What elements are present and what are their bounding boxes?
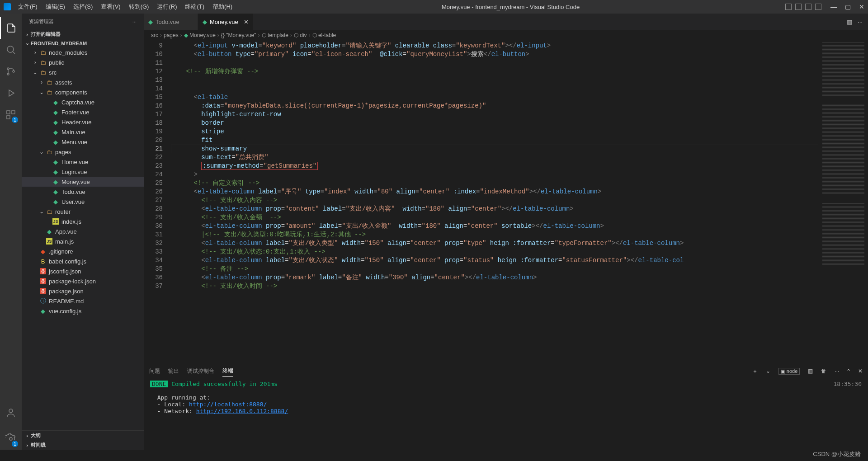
panel-tab[interactable]: 输出 [168, 366, 179, 377]
breadcrumb-item[interactable]: {} "Money.vue" [221, 32, 256, 38]
tree-item[interactable]: ⓘREADME.md [22, 296, 144, 306]
open-editors-section[interactable]: ›打开的编辑器 [22, 29, 144, 39]
tree-item[interactable]: ›🗀node_modules [22, 47, 144, 57]
tree-item[interactable]: ◆Header.vue [22, 117, 144, 127]
settings-badge: 1 [12, 441, 18, 447]
kill-terminal-icon[interactable]: 🗑 [821, 368, 826, 374]
svg-point-0 [7, 46, 14, 52]
minimap[interactable] [818, 41, 868, 364]
code-content[interactable]: <el-input v-model="keyword" placeholder=… [171, 41, 818, 364]
menu-item[interactable]: 查看(V) [97, 1, 124, 13]
network-url-link[interactable]: http://192.168.0.112:8888/ [196, 408, 288, 414]
menu-item[interactable]: 帮助(H) [209, 1, 236, 13]
editor-tab[interactable]: ◆Todo.vue [144, 14, 198, 30]
menu-item[interactable]: 终端(T) [181, 1, 208, 13]
svg-point-8 [9, 437, 12, 440]
close-panel-icon[interactable]: ✕ [858, 368, 863, 374]
breadcrumb-item[interactable]: ⬡ el-table [312, 32, 336, 38]
tree-item[interactable]: ◆Home.vue [22, 157, 144, 167]
maximize-button[interactable]: ▢ [845, 3, 851, 10]
editor-tab[interactable]: ◆Money.vue✕ [198, 14, 254, 30]
svg-point-7 [9, 409, 13, 413]
activity-bar: 1 1 [0, 14, 22, 450]
watermark: CSDN @小花皮猪 [813, 450, 861, 458]
search-icon[interactable] [0, 39, 22, 61]
menu-item[interactable]: 转到(G) [125, 1, 153, 13]
tree-item[interactable]: ◆Todo.vue [22, 187, 144, 197]
tree-item[interactable]: JSindex.js [22, 216, 144, 226]
close-button[interactable]: ✕ [859, 3, 864, 10]
tree-item[interactable]: ⌄🗀src [22, 67, 144, 77]
tree-item[interactable]: {}jsconfig.json [22, 266, 144, 276]
run-debug-icon[interactable] [0, 82, 22, 104]
tree-item[interactable]: JSmain.js [22, 236, 144, 246]
breadcrumb-item[interactable]: src [151, 32, 158, 38]
tree-item[interactable]: ›🗀assets [22, 77, 144, 87]
breadcrumb-item[interactable]: ⬡ div [294, 32, 307, 38]
accounts-icon[interactable] [0, 402, 22, 423]
panel-tab[interactable]: 终端 [222, 365, 233, 377]
tree-item[interactable]: Bbabel.config.js [22, 256, 144, 266]
sidebar-explorer: 资源管理器 ··· ›打开的编辑器 ⌄FRONTEND_MYDREAM ›🗀no… [22, 14, 144, 450]
menu-item[interactable]: 编辑(E) [42, 1, 69, 13]
menu-item[interactable]: 运行(R) [153, 1, 180, 13]
new-terminal-icon[interactable]: ＋ [752, 367, 758, 375]
source-control-icon[interactable] [0, 61, 22, 82]
vscode-logo-icon [4, 3, 11, 10]
split-editor-icon[interactable]: ▥ [847, 19, 852, 25]
panel-tab[interactable]: 问题 [149, 366, 160, 377]
tree-item[interactable]: ◆Footer.vue [22, 107, 144, 117]
editor-area: ◆Todo.vue◆Money.vue✕ ▥ ··· src›pages›◆ M… [144, 14, 868, 450]
settings-gear-icon[interactable]: 1 [0, 428, 22, 450]
breadcrumb-item[interactable]: ◆ Money.vue [184, 32, 216, 38]
breadcrumb-item[interactable]: pages [164, 32, 179, 38]
tree-item[interactable]: ›🗀public [22, 57, 144, 67]
breadcrumb[interactable]: src›pages›◆ Money.vue›{} "Money.vue"›⬡ t… [144, 30, 868, 41]
tree-item[interactable]: ◆Money.vue [22, 177, 144, 187]
tree-item[interactable]: ◆Menu.vue [22, 137, 144, 147]
menu-item[interactable]: 选择(S) [70, 1, 96, 13]
local-url-link[interactable]: http://localhost:8888/ [189, 401, 267, 408]
file-tree: ›🗀node_modules›🗀public⌄🗀src›🗀assets⌄🗀com… [22, 47, 144, 316]
terminal-dropdown-icon[interactable]: ⌄ [766, 368, 770, 374]
explorer-icon[interactable] [0, 17, 22, 39]
extensions-badge: 1 [12, 117, 18, 123]
project-root-section[interactable]: ⌄FRONTEND_MYDREAM [22, 39, 144, 47]
terminal-output[interactable]: 18:35:30 DONE Compiled successfully in 2… [144, 378, 868, 450]
tree-item[interactable]: {}package-lock.json [22, 276, 144, 286]
breadcrumb-item[interactable]: ⬡ template [262, 32, 288, 38]
menu-item[interactable]: 文件(F) [14, 1, 41, 13]
done-badge: DONE [150, 381, 168, 387]
code-editor[interactable]: 9101112131415161718192021222324252627282… [144, 41, 868, 364]
svg-rect-6 [7, 116, 10, 119]
extensions-icon[interactable]: 1 [0, 104, 22, 126]
outline-section[interactable]: ›大纲 [22, 430, 144, 440]
svg-point-1 [7, 68, 9, 70]
tree-item[interactable]: ⌄🗀components [22, 87, 144, 97]
editor-tabs: ◆Todo.vue◆Money.vue✕ ▥ ··· [144, 14, 868, 30]
tree-item[interactable]: ⌄🗀router [22, 207, 144, 216]
panel-tab[interactable]: 调试控制台 [187, 366, 214, 377]
layout-controls[interactable] [785, 4, 821, 10]
svg-point-3 [13, 71, 14, 72]
sidebar-title: 资源管理器 [29, 18, 54, 25]
panel-more-icon[interactable]: ··· [835, 368, 839, 374]
tree-item[interactable]: ◆vue.config.js [22, 306, 144, 316]
split-terminal-icon[interactable]: ▥ [808, 368, 813, 374]
tree-item[interactable]: ◆App.vue [22, 226, 144, 236]
minimize-button[interactable]: — [830, 3, 837, 10]
timeline-section[interactable]: ›时间线 [22, 440, 144, 450]
terminal-profile-label[interactable]: ▣ node [778, 368, 800, 375]
sidebar-more-icon[interactable]: ··· [132, 19, 137, 24]
close-tab-icon[interactable]: ✕ [244, 19, 249, 25]
tree-item[interactable]: ◆User.vue [22, 197, 144, 207]
maximize-panel-icon[interactable]: ^ [847, 368, 850, 374]
tree-item[interactable]: ◆Main.vue [22, 127, 144, 137]
tree-item[interactable]: ◆.gitignore [22, 246, 144, 256]
more-actions-icon[interactable]: ··· [858, 19, 863, 25]
tree-item[interactable]: ◆Captcha.vue [22, 97, 144, 107]
tree-item[interactable]: ⌄🗀pages [22, 147, 144, 157]
tree-item[interactable]: ◆Login.vue [22, 167, 144, 177]
tree-item[interactable]: {}package.json [22, 286, 144, 296]
svg-rect-4 [7, 111, 10, 114]
